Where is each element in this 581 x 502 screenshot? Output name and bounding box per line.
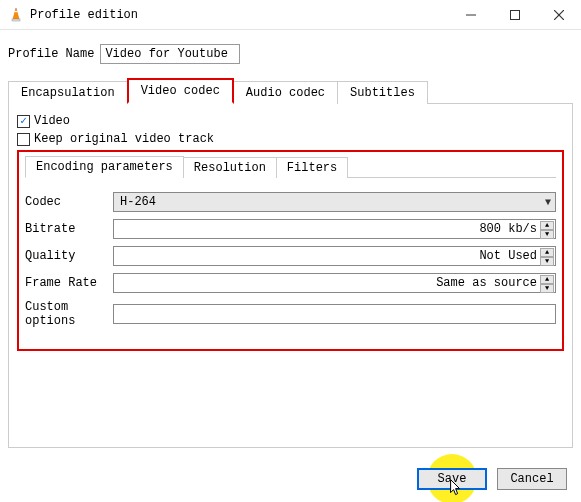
tab-filters[interactable]: Filters [276,157,348,178]
svg-rect-1 [15,11,18,12]
svg-marker-0 [13,8,19,19]
framerate-value: Same as source [436,276,537,290]
bitrate-row: Bitrate 800 kb/s ▲ ▼ [25,219,556,239]
footer-buttons: Save Cancel [417,468,567,490]
bitrate-value: 800 kb/s [479,222,537,236]
save-label: Save [438,472,467,486]
content-area: Profile Name Encapsulation Video codec A… [0,30,581,448]
bitrate-label: Bitrate [25,222,113,236]
svg-rect-4 [511,10,520,19]
close-button[interactable] [537,0,581,29]
app-icon [8,7,24,23]
tab-panel: Video Keep original video track Encoding… [8,104,573,448]
inner-tabs: Encoding parameters Resolution Filters [25,156,556,178]
form-area: Codec H-264 ▼ Bitrate 800 kb/s [25,178,556,328]
custom-input[interactable] [113,304,556,324]
custom-row: Custom options [25,300,556,328]
framerate-up[interactable]: ▲ [540,275,554,284]
framerate-input[interactable]: Same as source ▲ ▼ [113,273,556,293]
outer-tabs: Encapsulation Video codec Audio codec Su… [8,82,573,104]
profile-label: Profile Name [8,47,94,61]
framerate-down[interactable]: ▼ [540,284,554,293]
codec-label: Codec [25,195,113,209]
bitrate-input[interactable]: 800 kb/s ▲ ▼ [113,219,556,239]
codec-row: Codec H-264 ▼ [25,192,556,212]
tab-subtitles[interactable]: Subtitles [337,81,428,104]
titlebar: Profile edition [0,0,581,30]
quality-value: Not Used [479,249,537,263]
tab-resolution[interactable]: Resolution [183,157,277,178]
profile-row: Profile Name [8,44,573,64]
window-buttons [449,0,581,29]
codec-value: H-264 [120,195,156,209]
bitrate-up[interactable]: ▲ [540,221,554,230]
cancel-label: Cancel [510,472,553,486]
video-check-label: Video [34,114,70,128]
quality-label: Quality [25,249,113,263]
bitrate-down[interactable]: ▼ [540,230,554,239]
codec-select[interactable]: H-264 ▼ [113,192,556,212]
framerate-row: Frame Rate Same as source ▲ ▼ [25,273,556,293]
profile-name-input[interactable] [100,44,240,64]
minimize-button[interactable] [449,0,493,29]
framerate-label: Frame Rate [25,276,113,290]
window-title: Profile edition [30,8,449,22]
tab-audio-codec[interactable]: Audio codec [233,81,338,104]
svg-rect-2 [12,19,20,21]
keep-original-label: Keep original video track [34,132,214,146]
quality-down[interactable]: ▼ [540,257,554,266]
chevron-down-icon: ▼ [545,197,551,208]
custom-label: Custom options [25,300,113,328]
video-checkbox[interactable] [17,115,30,128]
keep-original-checkbox[interactable] [17,133,30,146]
tab-encoding-params[interactable]: Encoding parameters [25,156,184,178]
cancel-button[interactable]: Cancel [497,468,567,490]
maximize-button[interactable] [493,0,537,29]
encoding-box: Encoding parameters Resolution Filters C… [17,150,564,351]
save-button[interactable]: Save [417,468,487,490]
video-check-row: Video [17,114,564,128]
quality-row: Quality Not Used ▲ ▼ [25,246,556,266]
tab-video-codec[interactable]: Video codec [127,78,234,104]
quality-input[interactable]: Not Used ▲ ▼ [113,246,556,266]
keep-original-row: Keep original video track [17,132,564,146]
quality-up[interactable]: ▲ [540,248,554,257]
tab-encapsulation[interactable]: Encapsulation [8,81,128,104]
